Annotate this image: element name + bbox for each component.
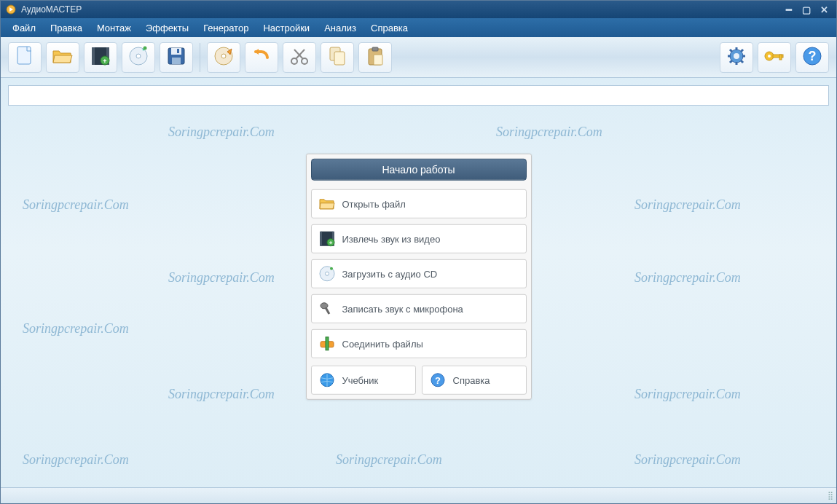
svg-point-24 [734,53,739,59]
join-files-label: Соединить файлы [342,338,423,349]
open-button[interactable] [46,42,79,73]
paste-button[interactable] [358,42,392,73]
cd-icon [128,46,149,68]
svg-text:+: + [103,58,106,65]
svg-line-32 [741,50,743,52]
cut-button[interactable] [283,42,316,73]
load-cd-label: Загрузить с аудио CD [342,268,438,279]
menu-effects[interactable]: Эффекты [138,20,196,36]
watermark: Soringpcrepair.Com [496,125,602,140]
undo-button[interactable] [245,42,278,73]
menu-analysis[interactable]: Анализ [317,20,364,36]
load-cd-button-panel[interactable]: Загрузить с аудио CD [311,259,527,288]
join-icon [319,336,335,352]
svg-rect-48 [324,307,330,314]
new-file-button[interactable] [8,42,42,73]
toolbar: + ? [1,37,836,78]
app-icon [5,4,17,15]
watermark: Soringpcrepair.Com [168,387,275,402]
watermark: Soringpcrepair.Com [168,270,275,286]
extract-video-label: Извлечь звук из видео [342,233,441,244]
copy-button[interactable] [321,42,354,73]
settings-button[interactable] [720,42,753,73]
scissors-icon [290,47,309,68]
svg-rect-13 [177,49,179,53]
film-icon: + [319,231,335,247]
extract-video-button[interactable]: + [84,42,117,73]
folder-icon [319,196,335,212]
svg-rect-21 [372,47,378,51]
record-mic-label: Записать звук с микрофона [342,303,463,314]
start-panel-header: Начало работы [311,159,527,181]
file-icon [15,45,34,69]
svg-point-8 [136,54,141,58]
menu-generator[interactable]: Генератор [196,20,256,36]
record-mic-button[interactable]: Записать звук с микрофона [311,294,527,323]
tutorial-button[interactable]: Учебник [311,366,416,395]
watermark: Soringpcrepair.Com [634,197,741,213]
watermark: Soringpcrepair.Com [23,452,129,468]
open-file-button[interactable]: Открыть файл [311,189,527,218]
film-icon: + [90,46,111,68]
toolbar-separator [200,43,200,72]
tutorial-label: Учебник [342,374,379,385]
menu-settings[interactable]: Настройки [256,20,317,36]
svg-point-45 [325,272,329,275]
watermark: Soringpcrepair.Com [634,387,741,402]
svg-text:?: ? [435,375,441,386]
cd-record-icon [213,46,234,68]
start-panel: Начало работы Открыть файл + Извлечь зву… [306,154,532,400]
undo-icon [251,47,272,67]
close-button[interactable]: ✕ [816,4,832,15]
paste-icon [366,46,384,68]
menu-help[interactable]: Справка [364,20,415,36]
folder-icon [52,47,74,68]
open-file-label: Открыть файл [342,198,406,209]
watermark: Soringpcrepair.Com [634,452,741,468]
menu-edit[interactable]: Правка [43,20,90,36]
help-label: Справка [453,374,490,385]
waveform-track[interactable] [8,85,829,106]
join-files-button[interactable]: Соединить файлы [311,329,527,358]
save-icon [166,46,186,68]
statusbar: ⣿ [1,487,836,503]
extract-video-button-panel[interactable]: + Извлечь звук из видео [311,224,527,253]
help-icon: ? [430,372,446,388]
load-cd-button[interactable] [122,42,155,73]
svg-line-30 [741,60,743,63]
gear-icon [726,46,747,68]
key-icon [763,47,785,67]
minimize-button[interactable]: ━ [781,4,797,15]
watermark: Soringpcrepair.Com [168,125,275,140]
svg-rect-3 [92,47,95,65]
svg-rect-19 [334,52,345,65]
save-button[interactable] [160,42,193,73]
watermark: Soringpcrepair.Com [23,321,129,336]
window-title: АудиоМАСТЕР [21,4,781,15]
help-button[interactable]: ? [795,42,829,73]
menu-montage[interactable]: Монтаж [90,20,138,36]
record-button[interactable] [207,42,240,73]
svg-point-9 [144,47,147,50]
svg-text:+: + [329,240,332,246]
svg-rect-1 [17,47,31,64]
svg-point-46 [330,267,333,270]
microphone-icon [319,301,335,317]
svg-rect-22 [374,55,382,65]
svg-point-15 [221,54,226,58]
svg-rect-50 [326,337,329,350]
watermark: Soringpcrepair.Com [23,197,129,213]
cd-icon [319,266,335,282]
resize-grip[interactable]: ⣿ [828,491,832,500]
maximize-button[interactable]: ▢ [798,4,814,15]
menu-file[interactable]: Файл [5,20,43,36]
window-controls: ━ ▢ ✕ [781,4,832,15]
svg-line-31 [730,60,732,63]
svg-line-29 [730,50,732,52]
copy-icon [328,46,347,68]
watermark: Soringpcrepair.Com [336,452,442,468]
activation-button[interactable] [758,42,791,73]
help-button-panel[interactable]: ? Справка [422,366,527,395]
svg-rect-40 [320,232,322,246]
svg-rect-12 [172,58,181,64]
